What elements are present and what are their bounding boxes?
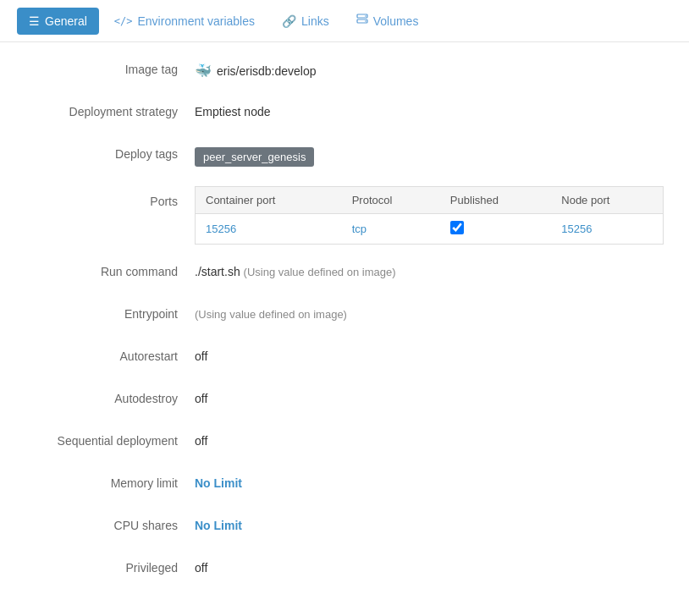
nav-links-label: Links bbox=[301, 14, 329, 28]
node-port-cell: 15256 bbox=[551, 214, 663, 245]
main-content: Image tag 🐳 eris/erisdb:develop Deployme… bbox=[0, 42, 689, 616]
protocol-cell: tcp bbox=[342, 214, 440, 245]
table-row: 15256 tcp 15256 bbox=[196, 214, 664, 245]
cpu-shares-label: CPU shares bbox=[25, 515, 195, 532]
memory-limit-label: Memory limit bbox=[25, 473, 195, 490]
ports-row: Ports Container port Protocol Published … bbox=[25, 186, 664, 245]
col-published: Published bbox=[440, 187, 551, 214]
nav-links[interactable]: 🔗 Links bbox=[270, 8, 341, 35]
cpu-shares-row: CPU shares No Limit bbox=[25, 515, 664, 541]
autodestroy-label: Autodestroy bbox=[25, 388, 195, 405]
autorestart-label: Autorestart bbox=[25, 346, 195, 363]
published-cell bbox=[440, 214, 551, 245]
svg-point-3 bbox=[365, 20, 367, 22]
col-node-port: Node port bbox=[551, 187, 663, 214]
sequential-deployment-row: Sequential deployment off bbox=[25, 431, 664, 456]
privileged-label: Privileged bbox=[25, 558, 195, 575]
ports-container: Container port Protocol Published Node p… bbox=[195, 186, 664, 245]
nav-env-vars-label: Environment variables bbox=[138, 14, 256, 28]
run-command-text: ./start.sh bbox=[195, 265, 240, 278]
entrypoint-hint: (Using value defined on image) bbox=[195, 308, 347, 321]
svg-point-2 bbox=[365, 15, 367, 17]
image-tag-row: Image tag 🐳 eris/erisdb:develop bbox=[25, 59, 664, 85]
run-command-row: Run command ./start.sh (Using value defi… bbox=[25, 261, 664, 287]
memory-limit-value: No Limit bbox=[195, 473, 664, 490]
memory-limit-row: Memory limit No Limit bbox=[25, 473, 664, 498]
entrypoint-row: Entrypoint (Using value defined on image… bbox=[25, 304, 664, 329]
image-tag-label: Image tag bbox=[25, 59, 195, 76]
entrypoint-value: (Using value defined on image) bbox=[195, 304, 664, 321]
nav-volumes-label: Volumes bbox=[373, 14, 419, 28]
container-port-cell: 15256 bbox=[196, 214, 342, 245]
container-port-link[interactable]: 15256 bbox=[206, 223, 236, 235]
nav-general[interactable]: ☰ General bbox=[17, 8, 99, 35]
col-container-port: Container port bbox=[196, 187, 342, 214]
nav-volumes[interactable]: Volumes bbox=[344, 7, 431, 35]
autorestart-value: off bbox=[195, 346, 664, 363]
nav-general-label: General bbox=[45, 14, 87, 28]
deploy-tags-label: Deploy tags bbox=[25, 144, 195, 161]
deployment-strategy-label: Deployment strategy bbox=[25, 102, 195, 118]
sequential-deployment-label: Sequential deployment bbox=[25, 431, 195, 448]
image-tag-text: eris/erisdb:develop bbox=[217, 64, 317, 78]
col-protocol: Protocol bbox=[342, 187, 440, 214]
published-checkbox[interactable] bbox=[450, 221, 464, 234]
sequential-deployment-value: off bbox=[195, 431, 664, 448]
deploy-tags-value: peer_server_genesis bbox=[195, 144, 664, 167]
server-icon bbox=[356, 14, 368, 28]
ports-label: Ports bbox=[25, 186, 195, 208]
autorestart-row: Autorestart off bbox=[25, 346, 664, 371]
image-tag-value: 🐳 eris/erisdb:develop bbox=[195, 59, 664, 79]
ports-table: Container port Protocol Published Node p… bbox=[195, 186, 664, 245]
nav-env-vars[interactable]: </> Environment variables bbox=[102, 8, 267, 35]
run-command-label: Run command bbox=[25, 261, 195, 278]
run-command-hint: (Using value defined on image) bbox=[244, 266, 396, 278]
autodestroy-row: Autodestroy off bbox=[25, 388, 664, 414]
ports-table-header-row: Container port Protocol Published Node p… bbox=[196, 187, 664, 214]
deploy-tag-badge: peer_server_genesis bbox=[195, 147, 314, 167]
autodestroy-value: off bbox=[195, 388, 664, 405]
code-icon: </> bbox=[114, 15, 133, 27]
privileged-value: off bbox=[195, 558, 664, 575]
deployment-strategy-value: Emptiest node bbox=[195, 102, 664, 118]
list-icon: ☰ bbox=[29, 14, 40, 28]
protocol-link[interactable]: tcp bbox=[352, 223, 367, 235]
cpu-shares-value: No Limit bbox=[195, 515, 664, 532]
whale-icon: 🐳 bbox=[195, 63, 212, 79]
entrypoint-label: Entrypoint bbox=[25, 304, 195, 321]
node-port-link[interactable]: 15256 bbox=[561, 223, 592, 235]
run-command-value: ./start.sh (Using value defined on image… bbox=[195, 261, 664, 278]
deploy-tags-row: Deploy tags peer_server_genesis bbox=[25, 144, 664, 169]
link-icon: 🔗 bbox=[282, 14, 296, 28]
privileged-row: Privileged off bbox=[25, 558, 664, 583]
top-nav: ☰ General </> Environment variables 🔗 Li… bbox=[0, 0, 689, 42]
deployment-strategy-row: Deployment strategy Emptiest node bbox=[25, 102, 664, 127]
